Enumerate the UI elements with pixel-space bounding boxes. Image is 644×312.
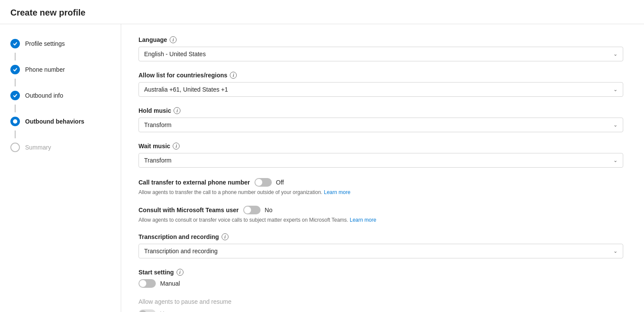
step-circle-summary — [10, 143, 20, 152]
allow-list-info-icon[interactable]: i — [230, 72, 237, 79]
wait-music-chevron-icon: ⌄ — [613, 157, 618, 163]
sidebar-item-outbound-info[interactable]: Outbound info — [0, 86, 121, 105]
call-transfer-row: Call transfer to external phone number O… — [138, 178, 627, 187]
consult-teams-toggle[interactable] — [243, 206, 261, 214]
transcription-select[interactable]: Transcription and recording ⌄ — [138, 244, 623, 258]
allow-list-select[interactable]: Australia +61, United States +1 ⌄ — [138, 82, 623, 97]
transcription-label: Transcription and recording i — [138, 233, 627, 240]
allow-list-chevron-icon: ⌄ — [613, 86, 618, 92]
start-setting-field-group: Start setting i Manual — [138, 269, 627, 288]
sidebar-connector-2 — [15, 79, 16, 86]
allow-pause-field-group: Allow agents to pause and resume Yes — [138, 298, 627, 312]
sidebar: Profile settings Phone number Outbound i… — [0, 24, 121, 312]
language-field-group: Language i English - United States ⌄ — [138, 36, 627, 61]
allow-pause-toggle — [138, 309, 156, 312]
hold-music-select[interactable]: Transform ⌄ — [138, 118, 623, 132]
step-circle-outbound-behaviors — [10, 117, 20, 126]
start-setting-label: Start setting i — [138, 269, 627, 276]
hold-music-label: Hold music i — [138, 107, 627, 114]
wait-music-info-icon[interactable]: i — [173, 143, 180, 150]
sidebar-label-outbound-info: Outbound info — [25, 92, 63, 99]
sidebar-connector-3 — [15, 105, 16, 112]
wait-music-select[interactable]: Transform ⌄ — [138, 153, 623, 168]
step-circle-profile-settings — [10, 39, 20, 48]
allow-list-field-group: Allow list for countries/regions i Austr… — [138, 72, 627, 97]
language-label: Language i — [138, 36, 627, 43]
consult-teams-learn-more-link[interactable]: Learn more — [350, 217, 376, 223]
sidebar-item-phone-number[interactable]: Phone number — [0, 60, 121, 79]
sidebar-label-profile-settings: Profile settings — [25, 40, 65, 47]
wait-music-field-group: Wait music i Transform ⌄ — [138, 143, 627, 168]
call-transfer-label: Call transfer to external phone number — [138, 179, 250, 186]
start-setting-row: Manual — [138, 279, 627, 288]
call-transfer-field-group: Call transfer to external phone number O… — [138, 178, 627, 195]
start-setting-info-icon[interactable]: i — [177, 269, 184, 276]
transcription-info-icon[interactable]: i — [222, 233, 229, 240]
language-chevron-icon: ⌄ — [613, 51, 618, 57]
sidebar-label-phone-number: Phone number — [25, 66, 65, 73]
allow-pause-value: Yes — [160, 310, 170, 312]
call-transfer-help: Allow agents to transfer the call to a p… — [138, 189, 623, 195]
consult-teams-row: Consult with Microsoft Teams user No — [138, 206, 627, 214]
sidebar-label-outbound-behaviors: Outbound behaviors — [25, 118, 84, 125]
call-transfer-toggle[interactable] — [254, 178, 272, 187]
hold-music-info-icon[interactable]: i — [174, 107, 180, 114]
consult-teams-status: No — [265, 207, 273, 213]
consult-teams-label: Consult with Microsoft Teams user — [138, 207, 239, 213]
sidebar-connector-1 — [15, 53, 16, 60]
allow-pause-toggle-row: Yes — [138, 309, 627, 312]
hold-music-chevron-icon: ⌄ — [613, 122, 618, 128]
wait-music-label: Wait music i — [138, 143, 627, 150]
transcription-chevron-icon: ⌄ — [613, 248, 618, 254]
sidebar-connector-4 — [15, 131, 16, 138]
language-select[interactable]: English - United States ⌄ — [138, 47, 623, 61]
hold-music-field-group: Hold music i Transform ⌄ — [138, 107, 627, 132]
sidebar-item-outbound-behaviors[interactable]: Outbound behaviors — [0, 112, 121, 131]
transcription-field-group: Transcription and recording i Transcript… — [138, 233, 627, 258]
allow-pause-label: Allow agents to pause and resume — [138, 298, 232, 305]
allow-list-label: Allow list for countries/regions i — [138, 72, 627, 79]
sidebar-item-profile-settings[interactable]: Profile settings — [0, 35, 121, 53]
consult-teams-help: Allow agents to consult or transfer voic… — [138, 217, 623, 223]
main-content: Language i English - United States ⌄ All… — [121, 24, 644, 312]
language-info-icon[interactable]: i — [170, 36, 177, 43]
page-title: Create new profile — [0, 0, 644, 24]
consult-teams-field-group: Consult with Microsoft Teams user No All… — [138, 206, 627, 223]
call-transfer-learn-more-link[interactable]: Learn more — [324, 189, 350, 195]
step-circle-outbound-info — [10, 91, 20, 100]
sidebar-item-summary[interactable]: Summary — [0, 138, 121, 156]
allow-pause-row: Allow agents to pause and resume — [138, 298, 627, 305]
sidebar-label-summary: Summary — [25, 144, 51, 151]
step-circle-phone-number — [10, 65, 20, 74]
start-setting-toggle[interactable] — [138, 279, 156, 288]
start-setting-value: Manual — [160, 280, 180, 287]
call-transfer-status: Off — [276, 179, 284, 186]
